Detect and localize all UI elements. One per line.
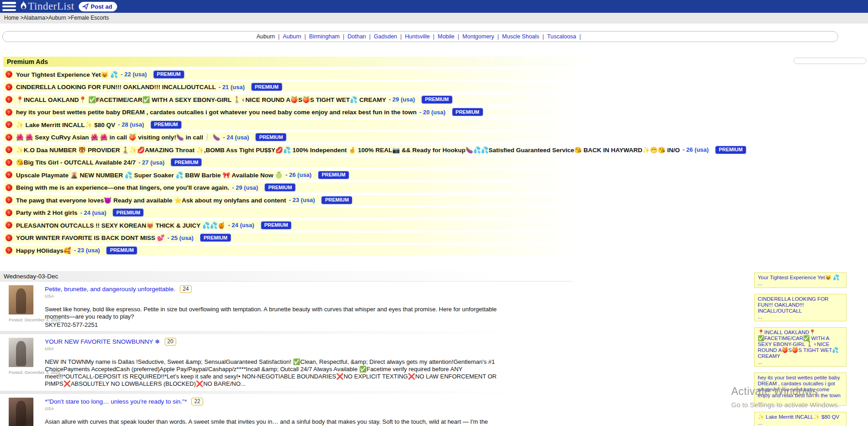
premium-ad-age-location: - 25 (usa) — [167, 234, 194, 241]
premium-ad-title[interactable]: 🌺 🌺 Sexy CuRvy Asian 🌺 🌺 in call 🍑 visit… — [16, 133, 220, 141]
premium-ad-row[interactable]: ↑ 😘Big Tits Girl - OUTCALL Available 24/… — [3, 157, 703, 167]
sidebar-ad-box[interactable]: hey its your best wettes petite baby DRE… — [754, 373, 846, 406]
city-link[interactable]: Montgomery — [463, 33, 494, 40]
premium-ad-title[interactable]: 😘Big Tits Girl - OUTCALL Available 24/7 — [16, 159, 135, 166]
empty-ad-slot — [793, 58, 866, 64]
premium-ad-row[interactable]: ↑ 📍INCALL OAKLAND📍 ✅FACETIME/CAR✅ WITH A… — [3, 95, 703, 105]
premium-ad-row[interactable]: ↑ hey its your best wettes petite baby D… — [3, 107, 703, 117]
city-link[interactable]: Muscle Shoals — [502, 33, 539, 40]
premium-ad-title[interactable]: PLEASANTON OUTCALLS !! SEXY KOREAN😻 THIC… — [16, 222, 225, 229]
premium-ad-age-location: - 23 (usa) — [289, 197, 315, 203]
listing-title-link[interactable]: Petite, brunette, and dangerously unforg… — [45, 286, 175, 293]
top-bar: TinderList Post ad — [0, 0, 868, 13]
city-separator: | — [543, 33, 544, 40]
up-arrow-icon: ↑ — [5, 146, 12, 153]
city-separator: | — [433, 33, 434, 40]
premium-badge: PREMIUM — [452, 108, 483, 116]
sidebar-ad-ellipsis: ... — [758, 359, 843, 365]
listing-age-badge: 22 — [191, 398, 203, 405]
premium-ad-row[interactable]: ↑ YOUR WINTER FAVORITE IS BACK DONT MISS… — [3, 233, 703, 243]
premium-ad-title[interactable]: The pawg that everyone loves😈 Ready and … — [16, 197, 286, 204]
premium-ad-age-location: - 24 (usa) — [223, 134, 249, 141]
breadcrumb[interactable]: Home >Alabama>Auburn >Female Escorts — [0, 13, 868, 23]
sidebar-ad-title[interactable]: CINDERELLA LOOKING FOR FUN!!! OAKLAND!!!… — [758, 296, 843, 314]
listing-photo[interactable] — [9, 398, 33, 426]
premium-badge: PREMIUM — [321, 196, 352, 204]
premium-badge: PREMIUM — [106, 246, 137, 255]
listing-item: Posted: December 3, 2025 *"Don't stare t… — [0, 394, 572, 426]
premium-ad-title[interactable]: YOUR WINTER FAVORITE IS BACK DONT MISS 💕 — [16, 234, 165, 241]
premium-ad-title[interactable]: Party with 2 Hot girls — [16, 209, 77, 216]
premium-ad-title[interactable]: Happy HOlidays🥰 — [16, 247, 71, 254]
city-link[interactable]: Gadsden — [374, 33, 397, 40]
sidebar-ad-title[interactable]: Your Tightest Experience Yet😺 💦 — [758, 275, 843, 281]
premium-ad-title[interactable]: 📍INCALL OAKLAND📍 ✅FACETIME/CAR✅ WITH A S… — [16, 96, 386, 103]
premium-ad-age-location: - 28 (usa) — [118, 121, 144, 128]
premium-badge: PREMIUM — [200, 234, 231, 242]
premium-ad-title[interactable]: Your Tightest Experience Yet😺 💦 — [16, 71, 118, 78]
premium-ads-section: Premium Ads ↑ Your Tightest Experience Y… — [3, 57, 703, 256]
listings-section: Wednesday-03-Dec Posted: December 3, 202… — [0, 271, 572, 426]
up-arrow-icon: ↑ — [5, 247, 12, 254]
premium-ad-row[interactable]: ↑ ✨ Lake Merritt INCALL✨ $80 QV - 28 (us… — [3, 120, 703, 130]
premium-badge: PREMIUM — [113, 208, 144, 217]
city-link[interactable]: Mobile — [437, 33, 454, 40]
sidebar-premium-list: Your Tightest Experience Yet😺 💦 ... CIND… — [754, 272, 846, 426]
premium-ad-age-location: - 24 (usa) — [80, 209, 106, 216]
premium-ad-title[interactable]: ✨K.O Daa NUMBER 🐯 PROVIDER 🧎✨💋AMAZING Th… — [16, 146, 680, 154]
post-ad-label: Post ad — [91, 3, 112, 10]
listing-phone-line: SKYE702-577-2251 — [45, 321, 505, 329]
premium-ad-row[interactable]: ↑ Being with me is an experience—one tha… — [3, 182, 703, 192]
premium-ad-row[interactable]: ↑ Upscale Playmate 🌋 NEW NUMBER 💦 Super … — [3, 170, 703, 180]
paper-plane-icon — [82, 3, 89, 10]
premium-ad-row[interactable]: ↑ Happy HOlidays🥰 - 23 (usa) PREMIUM — [3, 245, 703, 256]
premium-ad-row[interactable]: ↑ ✨K.O Daa NUMBER 🐯 PROVIDER 🧎✨💋AMAZING … — [3, 145, 703, 155]
premium-ad-row[interactable]: ↑ 🌺 🌺 Sexy CuRvy Asian 🌺 🌺 in call 🍑 vis… — [3, 132, 703, 142]
city-link[interactable]: Dothan — [348, 33, 366, 40]
premium-badge: PREMIUM — [421, 96, 453, 104]
listing-title-link[interactable]: *"Don't stare too long… unless you're re… — [45, 398, 187, 405]
sidebar-ad-box[interactable]: 📍INCALL OAKLAND📍 ✅FACETIME/CAR✅ WITH A S… — [754, 327, 846, 367]
premium-ad-age-location: - 23 (usa) — [74, 247, 100, 254]
premium-ad-row[interactable]: ↑ The pawg that everyone loves😈 Ready an… — [3, 195, 703, 205]
sidebar-ad-title[interactable]: hey its your best wettes petite baby DRE… — [758, 375, 843, 399]
up-arrow-icon: ↑ — [5, 109, 12, 116]
sidebar-ad-box[interactable]: Your Tightest Experience Yet😺 💦 ... — [754, 272, 846, 288]
premium-ad-title[interactable]: ✨ Lake Merritt INCALL✨ $80 QV — [16, 121, 115, 128]
premium-ad-age-location: - 26 (usa) — [286, 171, 312, 178]
listing-title-link[interactable]: YOUR NEW FAVORITE SNOWBUNNY ❄ — [45, 338, 160, 345]
premium-badge: PREMIUM — [153, 70, 184, 79]
listing-description: Asian allure with curves that speak loud… — [45, 418, 505, 426]
flame-icon — [20, 1, 27, 12]
sidebar-ad-ellipsis: ... — [758, 420, 843, 426]
sidebar-ad-box[interactable]: ✨ Lake Merritt INCALL✨ $80 QV ... — [754, 412, 846, 426]
city-link[interactable]: Birmingham — [309, 33, 340, 40]
listing-description: NEW IN TOWNMy name is Dallas !Seductive,… — [45, 358, 505, 388]
sidebar-ad-title[interactable]: 📍INCALL OAKLAND📍 ✅FACETIME/CAR✅ WITH A S… — [758, 330, 843, 359]
premium-ad-title[interactable]: Upscale Playmate 🌋 NEW NUMBER 💦 Super So… — [16, 171, 283, 179]
up-arrow-icon: ↑ — [5, 222, 12, 229]
city-link[interactable]: Auburn — [283, 33, 301, 40]
city-separator: | — [400, 33, 402, 40]
premium-ad-title[interactable]: CINDERELLA LOOKING FOR FUN!!! OAKLAND!!!… — [16, 84, 216, 91]
city-link[interactable]: Tuscaloosa — [547, 33, 576, 40]
city-link[interactable]: Huntsville — [405, 33, 430, 40]
site-logo[interactable]: TinderList — [20, 0, 74, 12]
premium-ad-title[interactable]: Being with me is an experience—one that … — [16, 184, 229, 191]
hamburger-menu-icon[interactable] — [2, 2, 16, 11]
listing-age-badge: 24 — [180, 285, 191, 293]
premium-ad-row[interactable]: ↑ PLEASANTON OUTCALLS !! SEXY KOREAN😻 TH… — [3, 220, 703, 230]
listing-photo[interactable] — [9, 285, 33, 314]
sidebar-ad-title[interactable]: ✨ Lake Merritt INCALL✨ $80 QV — [758, 414, 843, 420]
listing-posted-date: Posted: December 3, 2025 — [9, 370, 33, 375]
sidebar-ad-box[interactable]: CINDERELLA LOOKING FOR FUN!!! OAKLAND!!!… — [754, 294, 846, 321]
premium-ad-row[interactable]: ↑ Party with 2 Hot girls - 24 (usa) PREM… — [3, 208, 703, 218]
premium-ad-row[interactable]: ↑ Your Tightest Experience Yet😺 💦 - 22 (… — [3, 69, 703, 80]
listing-photo[interactable] — [9, 338, 33, 367]
listing-separator — [0, 331, 572, 334]
sidebar-ad-ellipsis: ... — [758, 399, 843, 404]
premium-ad-title[interactable]: hey its your best wettes petite baby DRE… — [16, 109, 416, 116]
premium-ad-age-location: - 29 (usa) — [232, 184, 258, 191]
premium-ad-row[interactable]: ↑ CINDERELLA LOOKING FOR FUN!!! OAKLAND!… — [3, 82, 703, 92]
post-ad-button[interactable]: Post ad — [79, 2, 117, 11]
